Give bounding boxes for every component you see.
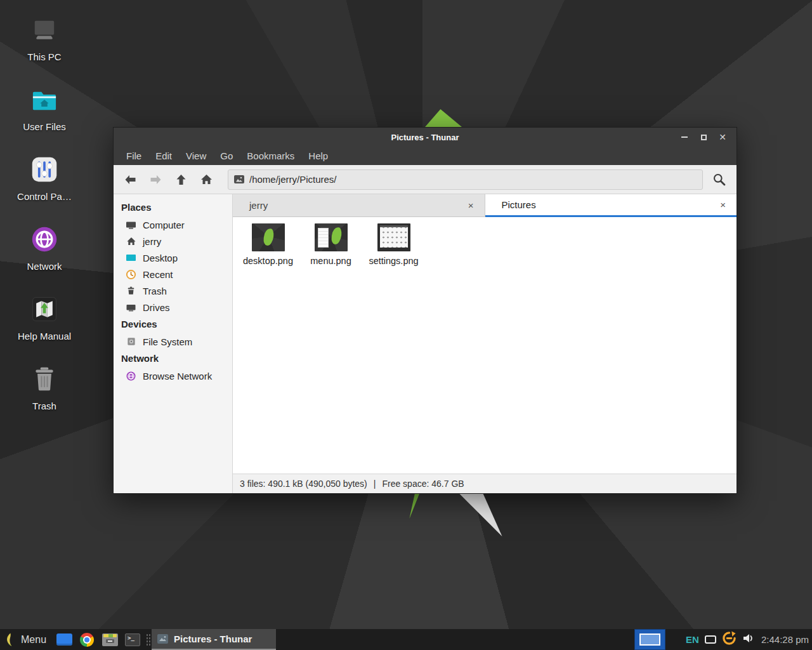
show-desktop-button[interactable] — [53, 629, 75, 650]
desktop-icon-trash[interactable]: Trash — [11, 363, 77, 411]
taskbar-window-button[interactable]: Pictures - Thunar — [152, 629, 276, 650]
tab-close-icon[interactable]: × — [465, 200, 477, 211]
status-bar: 3 files: 490.1 kB (490,050 bytes) | Free… — [233, 474, 737, 493]
up-button[interactable] — [171, 169, 192, 190]
window-controls: ✕ — [677, 130, 737, 144]
laptop-icon — [30, 18, 59, 46]
file-menu-png[interactable]: menu.png — [299, 222, 362, 266]
home-button[interactable] — [196, 169, 217, 190]
desktop-icon-control-panel[interactable]: Control Pa… — [11, 154, 77, 202]
sidebar-item-drives[interactable]: Drives — [114, 299, 232, 315]
back-button[interactable] — [120, 169, 141, 190]
up-arrow-icon — [176, 174, 187, 185]
active-workspace — [639, 633, 660, 646]
display-icon[interactable] — [705, 635, 716, 644]
menu-go[interactable]: Go — [213, 150, 240, 161]
file-desktop-png[interactable]: desktop.png — [237, 222, 299, 266]
file-name: menu.png — [310, 256, 351, 266]
mint-leaf-graphic — [263, 228, 274, 246]
file-settings-png[interactable]: settings.png — [362, 222, 425, 266]
path-input[interactable] — [249, 174, 697, 185]
minimize-button[interactable] — [677, 130, 692, 144]
close-icon: ✕ — [719, 133, 726, 142]
desktop-icon-label: Help Manual — [18, 331, 71, 342]
tab-jerry[interactable]: jerry × — [233, 194, 485, 217]
desktop-icon-this-pc[interactable]: This PC — [11, 14, 77, 62]
file-name: settings.png — [369, 256, 418, 266]
clock[interactable]: 2:44:28 pm — [760, 634, 809, 645]
file-manager-launcher[interactable] — [98, 629, 121, 650]
terminal-launcher[interactable]: >_ — [121, 629, 144, 650]
desktop-icon-column: This PC User Files Control Pa… Network H… — [11, 14, 77, 433]
keyboard-layout-indicator[interactable]: EN — [686, 634, 699, 645]
home-folder-icon — [30, 88, 59, 116]
system-tray: EN 2:44:28 pm — [686, 629, 809, 650]
settings-grid-graphic — [380, 225, 408, 248]
taskbar-window-label: Pictures - Thunar — [174, 633, 252, 644]
tab-label: jerry — [249, 200, 465, 211]
menu-file[interactable]: File — [119, 150, 148, 161]
menu-view[interactable]: View — [179, 150, 213, 161]
file-name: desktop.png — [243, 256, 293, 266]
minimize-icon — [681, 136, 688, 138]
desktop-monitor-icon — [126, 253, 136, 263]
sidebar-item-label: Trash — [143, 286, 167, 296]
desktop-icon-label: Control Pa… — [17, 191, 72, 202]
toolbar — [114, 165, 737, 194]
sidebar-item-file-system[interactable]: File System — [114, 333, 232, 350]
sliders-icon — [30, 156, 58, 186]
status-files-summary: 3 files: 490.1 kB (490,050 bytes) — [240, 479, 367, 489]
sidebar-item-recent[interactable]: Recent — [114, 266, 232, 282]
search-icon — [712, 173, 726, 186]
file-view[interactable]: desktop.png menu.png settings.png — [233, 217, 737, 474]
taskbar: Menu >_ Pictures - Thunar EN 2:44:28 pm — [0, 629, 812, 650]
tab-pictures[interactable]: Pictures × — [485, 194, 737, 217]
menu-help[interactable]: Help — [301, 150, 335, 161]
chrome-launcher[interactable] — [75, 629, 98, 650]
sidebar-item-label: File System — [143, 336, 192, 347]
maximize-icon — [701, 135, 707, 140]
start-menu-button[interactable]: Menu — [0, 629, 53, 650]
sidebar-item-computer[interactable]: Computer — [114, 216, 232, 233]
search-button[interactable] — [707, 169, 730, 190]
update-manager-icon[interactable] — [722, 631, 737, 648]
window-task-icon — [157, 634, 168, 644]
sidebar-item-desktop[interactable]: Desktop — [114, 249, 232, 266]
menu-bookmarks[interactable]: Bookmarks — [240, 150, 301, 161]
forward-button[interactable] — [145, 169, 166, 190]
terminal-icon: >_ — [125, 633, 140, 646]
tasklist-handle[interactable] — [145, 633, 150, 647]
close-button[interactable]: ✕ — [715, 130, 730, 144]
trash-can-icon — [30, 366, 58, 395]
clock-icon — [126, 269, 136, 280]
desktop-icon-network[interactable]: Network — [11, 223, 77, 272]
path-bar[interactable] — [228, 169, 703, 190]
sidebar-item-browse-network[interactable]: Browse Network — [114, 368, 232, 384]
tab-bar: jerry × Pictures × — [233, 194, 737, 217]
thunar-window: Pictures - Thunar ✕ File Edit View Go Bo… — [113, 127, 737, 494]
desktop-icon-label: User Files — [23, 121, 66, 132]
sidebar-item-jerry[interactable]: jerry — [114, 233, 232, 249]
workspace-switcher[interactable] — [634, 629, 665, 650]
window-body: Places Computer jerry Desktop Recent Tra… — [114, 194, 737, 493]
window-title: Pictures - Thunar — [114, 133, 737, 142]
sidebar-item-trash[interactable]: Trash — [114, 282, 232, 299]
tab-label: Pictures — [502, 199, 717, 210]
status-separator: | — [374, 479, 376, 489]
file-cabinet-icon — [102, 633, 118, 646]
desktop-icon-help-manual[interactable]: Help Manual — [11, 293, 77, 342]
sidebar-item-label: Computer — [143, 220, 185, 230]
maximize-button[interactable] — [696, 130, 711, 144]
image-file-icon — [234, 175, 244, 183]
menu-edit[interactable]: Edit — [148, 150, 179, 161]
sidebar-item-label: Drives — [143, 302, 170, 313]
mint-logo-icon — [4, 632, 15, 647]
volume-icon[interactable] — [742, 633, 754, 646]
window-titlebar[interactable]: Pictures - Thunar ✕ — [114, 128, 737, 147]
menu-bar: File Edit View Go Bookmarks Help — [114, 147, 737, 165]
globe-icon — [30, 225, 58, 256]
sidebar-header-devices: Devices — [114, 315, 232, 333]
tab-close-icon[interactable]: × — [717, 199, 729, 210]
desktop-icon-user-files[interactable]: User Files — [11, 84, 77, 132]
home-icon — [200, 174, 213, 185]
